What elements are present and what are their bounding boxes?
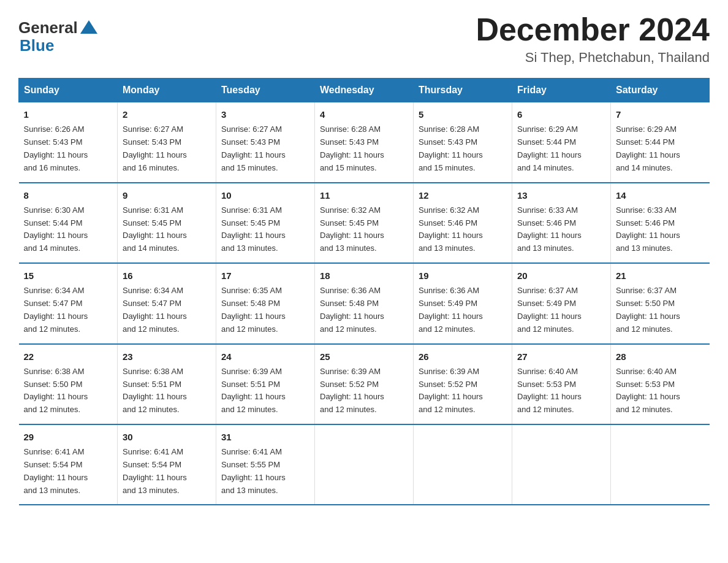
logo-triangle-icon xyxy=(80,20,97,34)
day-number: 2 xyxy=(123,107,211,121)
day-number: 29 xyxy=(24,430,113,444)
day-number: 22 xyxy=(24,350,113,364)
day-info: Sunrise: 6:39 AMSunset: 5:52 PMDaylight:… xyxy=(419,367,483,414)
table-row: 11Sunrise: 6:32 AMSunset: 5:45 PMDayligh… xyxy=(315,183,414,263)
day-number: 11 xyxy=(320,188,408,202)
day-number: 10 xyxy=(221,188,309,202)
day-info: Sunrise: 6:40 AMSunset: 5:53 PMDaylight:… xyxy=(616,367,680,414)
table-row: 26Sunrise: 6:39 AMSunset: 5:52 PMDayligh… xyxy=(414,344,512,424)
title-area: December 2024 Si Thep, Phetchabun, Thail… xyxy=(476,12,710,66)
day-number: 8 xyxy=(24,188,113,202)
table-row: 29Sunrise: 6:41 AMSunset: 5:54 PMDayligh… xyxy=(19,424,118,505)
day-info: Sunrise: 6:28 AMSunset: 5:43 PMDaylight:… xyxy=(419,124,483,172)
day-info: Sunrise: 6:41 AMSunset: 5:54 PMDaylight:… xyxy=(24,447,88,494)
day-number: 9 xyxy=(123,188,211,202)
table-row: 5Sunrise: 6:28 AMSunset: 5:43 PMDaylight… xyxy=(414,102,512,183)
day-info: Sunrise: 6:27 AMSunset: 5:43 PMDaylight:… xyxy=(123,124,187,172)
table-row: 13Sunrise: 6:33 AMSunset: 5:46 PMDayligh… xyxy=(512,183,611,263)
table-row: 3Sunrise: 6:27 AMSunset: 5:43 PMDaylight… xyxy=(216,102,315,183)
day-info: Sunrise: 6:37 AMSunset: 5:50 PMDaylight:… xyxy=(616,286,680,333)
calendar-week-row: 29Sunrise: 6:41 AMSunset: 5:54 PMDayligh… xyxy=(19,424,710,505)
day-info: Sunrise: 6:34 AMSunset: 5:47 PMDaylight:… xyxy=(24,286,88,333)
day-number: 23 xyxy=(123,350,211,364)
location-subtitle: Si Thep, Phetchabun, Thailand xyxy=(476,50,710,66)
table-row: 16Sunrise: 6:34 AMSunset: 5:47 PMDayligh… xyxy=(118,263,216,343)
day-info: Sunrise: 6:31 AMSunset: 5:45 PMDaylight:… xyxy=(123,205,187,253)
table-row: 15Sunrise: 6:34 AMSunset: 5:47 PMDayligh… xyxy=(19,263,118,343)
day-info: Sunrise: 6:36 AMSunset: 5:48 PMDaylight:… xyxy=(320,286,384,333)
table-row: 1Sunrise: 6:26 AMSunset: 5:43 PMDaylight… xyxy=(19,102,118,183)
table-row: 2Sunrise: 6:27 AMSunset: 5:43 PMDaylight… xyxy=(118,102,216,183)
table-row: 17Sunrise: 6:35 AMSunset: 5:48 PMDayligh… xyxy=(216,263,315,343)
table-row: 28Sunrise: 6:40 AMSunset: 5:53 PMDayligh… xyxy=(611,344,710,424)
table-row: 21Sunrise: 6:37 AMSunset: 5:50 PMDayligh… xyxy=(611,263,710,343)
day-info: Sunrise: 6:32 AMSunset: 5:45 PMDaylight:… xyxy=(320,205,384,253)
table-row: 8Sunrise: 6:30 AMSunset: 5:44 PMDaylight… xyxy=(19,183,118,263)
day-info: Sunrise: 6:26 AMSunset: 5:43 PMDaylight:… xyxy=(24,124,88,172)
table-row: 6Sunrise: 6:29 AMSunset: 5:44 PMDaylight… xyxy=(512,102,611,183)
table-row: 4Sunrise: 6:28 AMSunset: 5:43 PMDaylight… xyxy=(315,102,414,183)
day-number: 1 xyxy=(24,107,113,121)
day-info: Sunrise: 6:35 AMSunset: 5:48 PMDaylight:… xyxy=(221,286,286,333)
day-number: 4 xyxy=(320,107,408,121)
day-number: 14 xyxy=(616,188,705,202)
day-number: 25 xyxy=(320,350,408,364)
month-title: December 2024 xyxy=(476,12,710,47)
table-row xyxy=(315,424,414,505)
day-info: Sunrise: 6:28 AMSunset: 5:43 PMDaylight:… xyxy=(320,124,384,172)
table-row: 9Sunrise: 6:31 AMSunset: 5:45 PMDaylight… xyxy=(118,183,216,263)
day-number: 5 xyxy=(419,107,507,121)
day-number: 24 xyxy=(221,350,309,364)
day-info: Sunrise: 6:33 AMSunset: 5:46 PMDaylight:… xyxy=(616,205,680,253)
header-wednesday: Wednesday xyxy=(315,79,414,102)
table-row: 20Sunrise: 6:37 AMSunset: 5:49 PMDayligh… xyxy=(512,263,611,343)
table-row: 19Sunrise: 6:36 AMSunset: 5:49 PMDayligh… xyxy=(414,263,512,343)
day-info: Sunrise: 6:36 AMSunset: 5:49 PMDaylight:… xyxy=(419,286,483,333)
table-row xyxy=(414,424,512,505)
table-row: 14Sunrise: 6:33 AMSunset: 5:46 PMDayligh… xyxy=(611,183,710,263)
calendar-table: Sunday Monday Tuesday Wednesday Thursday… xyxy=(18,78,710,505)
table-row xyxy=(611,424,710,505)
day-info: Sunrise: 6:32 AMSunset: 5:46 PMDaylight:… xyxy=(419,205,483,253)
day-number: 16 xyxy=(123,269,211,283)
day-number: 30 xyxy=(123,430,211,444)
logo-blue-text: Blue xyxy=(18,36,54,55)
day-info: Sunrise: 6:38 AMSunset: 5:50 PMDaylight:… xyxy=(24,367,88,414)
day-number: 27 xyxy=(517,350,605,364)
header-tuesday: Tuesday xyxy=(216,79,315,102)
calendar-week-row: 15Sunrise: 6:34 AMSunset: 5:47 PMDayligh… xyxy=(19,263,710,343)
table-row: 23Sunrise: 6:38 AMSunset: 5:51 PMDayligh… xyxy=(118,344,216,424)
logo: General Blue xyxy=(18,12,97,55)
day-number: 18 xyxy=(320,269,408,283)
day-number: 28 xyxy=(616,350,705,364)
day-info: Sunrise: 6:37 AMSunset: 5:49 PMDaylight:… xyxy=(517,286,582,333)
table-row: 10Sunrise: 6:31 AMSunset: 5:45 PMDayligh… xyxy=(216,183,315,263)
table-row: 12Sunrise: 6:32 AMSunset: 5:46 PMDayligh… xyxy=(414,183,512,263)
table-row: 18Sunrise: 6:36 AMSunset: 5:48 PMDayligh… xyxy=(315,263,414,343)
logo-general-word: General xyxy=(18,18,78,37)
header-friday: Friday xyxy=(512,79,611,102)
page-header: General Blue December 2024 Si Thep, Phet… xyxy=(18,12,710,66)
logo-general-text: General xyxy=(18,18,97,37)
day-number: 20 xyxy=(517,269,605,283)
table-row: 25Sunrise: 6:39 AMSunset: 5:52 PMDayligh… xyxy=(315,344,414,424)
day-number: 17 xyxy=(221,269,309,283)
day-info: Sunrise: 6:34 AMSunset: 5:47 PMDaylight:… xyxy=(123,286,187,333)
day-number: 15 xyxy=(24,269,113,283)
day-number: 7 xyxy=(616,107,705,121)
calendar-header-row: Sunday Monday Tuesday Wednesday Thursday… xyxy=(19,79,710,102)
day-number: 31 xyxy=(221,430,309,444)
table-row: 24Sunrise: 6:39 AMSunset: 5:51 PMDayligh… xyxy=(216,344,315,424)
day-info: Sunrise: 6:41 AMSunset: 5:54 PMDaylight:… xyxy=(123,447,187,494)
table-row: 27Sunrise: 6:40 AMSunset: 5:53 PMDayligh… xyxy=(512,344,611,424)
day-info: Sunrise: 6:38 AMSunset: 5:51 PMDaylight:… xyxy=(123,367,187,414)
table-row: 31Sunrise: 6:41 AMSunset: 5:55 PMDayligh… xyxy=(216,424,315,505)
day-number: 13 xyxy=(517,188,605,202)
calendar-week-row: 22Sunrise: 6:38 AMSunset: 5:50 PMDayligh… xyxy=(19,344,710,424)
day-info: Sunrise: 6:31 AMSunset: 5:45 PMDaylight:… xyxy=(221,205,286,253)
table-row: 7Sunrise: 6:29 AMSunset: 5:44 PMDaylight… xyxy=(611,102,710,183)
day-number: 26 xyxy=(419,350,507,364)
day-info: Sunrise: 6:39 AMSunset: 5:51 PMDaylight:… xyxy=(221,367,286,414)
day-number: 19 xyxy=(419,269,507,283)
table-row xyxy=(512,424,611,505)
